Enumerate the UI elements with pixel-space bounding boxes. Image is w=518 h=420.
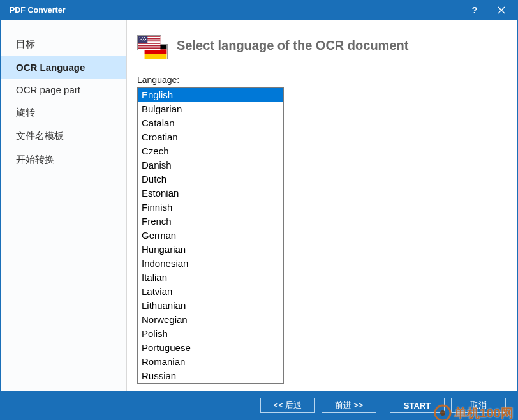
svg-rect-7 xyxy=(138,44,161,45)
sidebar-item-4[interactable]: 文件名模板 xyxy=(1,124,126,148)
close-button[interactable] xyxy=(488,1,515,20)
main-panel: Select language of the OCR document Lang… xyxy=(127,20,517,391)
sidebar-item-3[interactable]: 旋转 xyxy=(1,101,126,124)
language-option[interactable]: Hungarian xyxy=(138,243,283,257)
page-heading: Select language of the OCR document xyxy=(177,35,408,53)
svg-point-17 xyxy=(140,41,140,41)
language-option[interactable]: Italian xyxy=(138,271,283,285)
language-option[interactable]: Czech xyxy=(138,144,283,158)
svg-point-13 xyxy=(144,37,145,38)
language-option[interactable]: Lithuanian xyxy=(138,299,283,313)
svg-point-14 xyxy=(140,39,141,40)
sidebar-item-0[interactable]: 目标 xyxy=(1,33,126,56)
body: 目标OCR LanguageOCR page part旋转文件名模板开始转换 xyxy=(1,20,517,391)
language-option[interactable]: Finnish xyxy=(138,200,283,214)
help-button[interactable]: ? xyxy=(461,1,488,20)
back-button[interactable]: << 后退 xyxy=(260,398,315,413)
separator xyxy=(383,398,383,413)
language-option[interactable]: Estonian xyxy=(138,186,283,200)
svg-point-18 xyxy=(142,41,142,41)
language-option[interactable]: Indonesian xyxy=(138,257,283,271)
language-option[interactable]: Portuguese xyxy=(138,341,283,355)
language-option[interactable]: German xyxy=(138,229,283,243)
next-button[interactable]: 前进 >> xyxy=(322,398,376,413)
language-option[interactable]: Dutch xyxy=(138,172,283,186)
language-option[interactable]: Bulgarian xyxy=(138,102,283,116)
language-listbox[interactable]: EnglishBulgarianCatalanCroatianCzechDani… xyxy=(138,88,283,383)
svg-point-15 xyxy=(143,39,144,40)
svg-point-12 xyxy=(142,37,142,38)
window-controls: ? xyxy=(461,1,515,20)
svg-point-19 xyxy=(144,41,145,41)
app-window: PDF Converter ? 目标OCR LanguageOCR page p… xyxy=(0,0,518,420)
window-title: PDF Converter xyxy=(10,6,66,15)
svg-point-16 xyxy=(145,39,146,40)
svg-rect-22 xyxy=(145,54,167,59)
close-icon xyxy=(498,6,505,14)
language-option[interactable]: Romanian xyxy=(138,355,283,369)
language-label: Language: xyxy=(137,75,494,85)
language-option[interactable]: Danish xyxy=(138,158,283,172)
flags-icon xyxy=(137,35,168,61)
sidebar-item-5[interactable]: 开始转换 xyxy=(1,148,126,172)
language-option[interactable]: English xyxy=(138,88,283,102)
start-button[interactable]: START xyxy=(390,398,445,413)
language-option[interactable]: Norwegian xyxy=(138,313,283,327)
language-option[interactable]: Russian xyxy=(138,369,283,383)
language-option[interactable]: Polish xyxy=(138,327,283,341)
sidebar-item-2[interactable]: OCR page part xyxy=(1,79,126,101)
language-option[interactable]: French xyxy=(138,214,283,229)
svg-rect-8 xyxy=(138,47,161,48)
svg-text:?: ? xyxy=(472,6,478,15)
language-listbox-container: EnglishBulgarianCatalanCroatianCzechDani… xyxy=(137,87,284,384)
us-flag-icon xyxy=(137,35,161,50)
sidebar: 目标OCR LanguageOCR page part旋转文件名模板开始转换 xyxy=(1,20,127,391)
wizard-footer: << 后退 前进 >> START 取消 单机100网 danji100.com xyxy=(1,391,517,419)
sidebar-item-1[interactable]: OCR Language xyxy=(1,56,126,79)
help-icon: ? xyxy=(471,6,478,15)
language-option[interactable]: Catalan xyxy=(138,116,283,130)
language-option[interactable]: Croatian xyxy=(138,130,283,144)
svg-rect-9 xyxy=(138,49,161,50)
language-option[interactable]: Latvian xyxy=(138,285,283,299)
svg-point-11 xyxy=(140,37,140,38)
cancel-button[interactable]: 取消 xyxy=(451,398,506,413)
titlebar: PDF Converter ? xyxy=(1,1,517,20)
heading-row: Select language of the OCR document xyxy=(137,35,494,61)
